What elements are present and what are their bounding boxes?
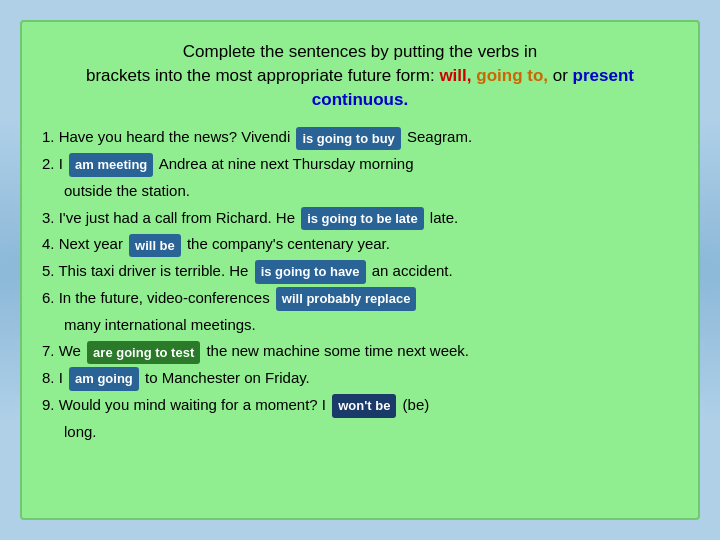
exercise-title: Complete the sentences by putting the ve… [42,40,678,111]
badge-will-be: will be [129,234,181,257]
sentence-5: 5. This taxi driver is terrible. He is g… [42,259,678,284]
sentence-2-cont: outside the station. [42,179,678,204]
sentence-8: 8. I am going to Manchester on Friday. [42,366,678,391]
sentence-2-cont-text: outside the station. [64,182,190,199]
sentence-3-num: 3. [42,209,59,226]
sentence-9-cont: long. [42,420,678,445]
sentence-3-pre: I've just had a call from Richard. He [59,209,299,226]
sentence-8-post: to Manchester on Friday. [145,369,310,386]
sentence-7-post: the new machine some time next week. [206,342,469,359]
sentence-8-pre: I [59,369,67,386]
sentence-5-post: an accident. [372,262,453,279]
sentence-9-post: (be) [403,396,430,413]
sentence-1-pre: Have you heard the news? Vivendi [59,128,291,145]
badge-wont-be: won't be [332,394,396,417]
sentence-6-cont: many international meetings. [42,313,678,338]
badge-am-going: am going [69,367,139,390]
badge-are-going-to-test: are going to test [87,341,200,364]
sentence-7-pre: We [59,342,85,359]
title-going: going to, [476,66,548,85]
sentence-9-pre: Would you mind waiting for a moment? I [59,396,331,413]
exercise-card: Complete the sentences by putting the ve… [20,20,700,520]
sentence-2-post: Andrea at nine next Thursday morning [159,155,414,172]
badge-is-going-to-have: is going to have [255,260,366,283]
sentence-9-cont-text: long. [64,423,97,440]
badge-is-going-to-be-late: is going to be late [301,207,424,230]
sentence-1-num: 1. [42,128,59,145]
title-connector: or [548,66,573,85]
sentence-4-post: the company's centenary year. [187,235,390,252]
badge-am-meeting: am meeting [69,153,153,176]
badge-is-going-to-buy: is going to buy [296,127,400,150]
sentence-5-num: 5. [42,262,58,279]
sentence-4: 4. Next year will be the company's cente… [42,232,678,257]
sentence-2-pre: I [59,155,67,172]
sentence-6: 6. In the future, video-conferences will… [42,286,678,311]
sentence-1-post: Seagram. [407,128,472,145]
sentence-7: 7. We are going to test the new machine … [42,339,678,364]
sentence-4-pre: Next year [59,235,127,252]
sentence-6-cont-text: many international meetings. [64,316,256,333]
sentence-9: 9. Would you mind waiting for a moment? … [42,393,678,418]
sentence-2: 2. I am meeting Andrea at nine next Thur… [42,152,678,177]
sentence-3: 3. I've just had a call from Richard. He… [42,206,678,231]
title-will: will, [439,66,471,85]
sentence-8-num: 8. [42,369,59,386]
title-line1: Complete the sentences by putting the ve… [42,40,678,64]
sentence-5-pre: This taxi driver is terrible. He [58,262,252,279]
sentence-6-pre: In the future, video-conferences [59,289,274,306]
badge-will-probably-replace: will probably replace [276,287,417,310]
sentence-3-post: late. [430,209,458,226]
sentence-9-num: 9. [42,396,59,413]
sentence-1: 1. Have you heard the news? Vivendi is g… [42,125,678,150]
title-pre: brackets into the most appropriate futur… [86,66,439,85]
title-line2: brackets into the most appropriate futur… [42,64,678,112]
sentence-6-num: 6. [42,289,59,306]
sentences-container: 1. Have you heard the news? Vivendi is g… [42,125,678,444]
sentence-4-num: 4. [42,235,59,252]
sentence-2-num: 2. [42,155,59,172]
sentence-7-num: 7. [42,342,59,359]
